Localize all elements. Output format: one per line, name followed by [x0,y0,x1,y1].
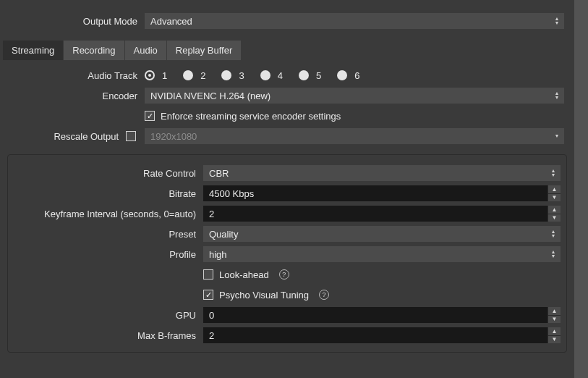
encoder-options-group: Rate Control CBR ▲▼ Bitrate 4500 Kbps ▲▼… [7,154,567,353]
lookahead-checkbox[interactable] [203,269,213,280]
audio-track-num-3: 3 [239,70,244,81]
rescale-select[interactable]: 1920x1080 ▲▼ [145,128,564,144]
audio-track-row: Audio Track 1 2 3 4 5 6 [10,67,564,83]
lookahead-row: Look-ahead ? [14,266,561,282]
updown-icon: ▲▼ [547,227,559,241]
tab-streaming[interactable]: Streaming [3,41,63,60]
tab-recording[interactable]: Recording [64,41,124,60]
encoder-row: Encoder NVIDIA NVENC H.264 (new) ▲▼ [10,88,564,104]
profile-label: Profile [14,249,203,260]
rate-control-row: Rate Control CBR ▲▼ [14,165,561,181]
audio-track-num-6: 6 [354,70,359,81]
preset-row: Preset Quality ▲▼ [14,226,561,242]
audio-track-radio-6[interactable] [337,70,347,80]
bitrate-value: 4500 Kbps [209,188,254,199]
bitrate-spin[interactable]: 4500 Kbps ▲▼ [203,185,561,201]
rate-control-value: CBR [209,168,229,179]
spin-buttons[interactable]: ▲▼ [547,327,561,343]
gpu-row: GPU 0 ▲▼ [14,307,561,323]
updown-icon: ▲▼ [547,166,559,180]
keyframe-spin[interactable]: 2 ▲▼ [203,206,561,222]
info-icon[interactable]: ? [279,269,289,280]
lookahead-label: Look-ahead [219,269,269,280]
spin-buttons[interactable]: ▲▼ [547,185,561,201]
psycho-checkbox[interactable] [203,290,213,300]
audio-track-radio-3[interactable] [221,70,231,80]
output-tabs: Streaming Recording Audio Replay Buffer [0,41,574,60]
spin-buttons[interactable]: ▲▼ [547,206,561,222]
rescale-checkbox[interactable] [126,131,136,141]
updown-icon: ▲▼ [551,88,563,103]
updown-icon: ▲▼ [551,14,563,28]
gpu-label: GPU [14,310,203,321]
updown-icon: ▲▼ [547,247,559,261]
encoder-label: Encoder [10,91,145,101]
psycho-label: Psycho Visual Tuning [219,290,309,301]
chevron-down-icon: ▲▼ [551,129,563,143]
output-mode-label: Output Mode [10,16,145,27]
audio-track-radio-4[interactable] [260,70,270,80]
audio-track-radio-2[interactable] [183,70,193,80]
preset-select[interactable]: Quality ▲▼ [203,226,561,242]
output-mode-select[interactable]: Advanced ▲▼ [145,13,564,29]
audio-track-num-4: 4 [278,70,283,81]
info-icon[interactable]: ? [319,290,329,300]
audio-track-label: Audio Track [10,70,145,81]
psycho-row: Psycho Visual Tuning ? [14,287,561,303]
profile-value: high [209,249,227,260]
gpu-value: 0 [209,310,214,321]
preset-label: Preset [14,229,203,240]
bframes-value: 2 [209,330,214,341]
rescale-row: Rescale Output 1920x1080 ▲▼ [10,128,564,144]
keyframe-row: Keyframe Interval (seconds, 0=auto) 2 ▲▼ [14,206,561,222]
tab-replay-buffer[interactable]: Replay Buffer [167,41,242,60]
profile-select[interactable]: high ▲▼ [203,246,561,262]
audio-track-num-5: 5 [316,70,321,81]
tab-audio[interactable]: Audio [125,41,166,60]
encoder-value: NVIDIA NVENC H.264 (new) [150,91,270,101]
bframes-row: Max B-frames 2 ▲▼ [14,327,561,343]
enforce-row: Enforce streaming service encoder settin… [10,108,564,124]
audio-track-radio-5[interactable] [299,70,309,80]
keyframe-value: 2 [209,209,214,219]
bitrate-label: Bitrate [14,188,203,199]
spin-buttons[interactable]: ▲▼ [547,307,561,323]
bframes-label: Max B-frames [14,330,203,341]
output-mode-value: Advanced [150,16,192,27]
audio-track-radio-1[interactable] [145,70,155,80]
output-settings-panel: Output Mode Advanced ▲▼ Streaming Record… [0,0,574,378]
keyframe-label: Keyframe Interval (seconds, 0=auto) [14,209,203,219]
gpu-spin[interactable]: 0 ▲▼ [203,307,561,323]
bitrate-row: Bitrate 4500 Kbps ▲▼ [14,185,561,201]
output-mode-row: Output Mode Advanced ▲▼ [10,13,564,29]
rescale-label: Rescale Output [10,131,126,142]
rate-control-label: Rate Control [14,168,203,179]
audio-track-num-1: 1 [162,70,167,81]
enforce-label: Enforce streaming service encoder settin… [161,111,341,122]
encoder-select[interactable]: NVIDIA NVENC H.264 (new) ▲▼ [145,88,564,104]
profile-row: Profile high ▲▼ [14,246,561,262]
audio-track-num-2: 2 [200,70,205,81]
rescale-value: 1920x1080 [150,131,197,142]
bframes-spin[interactable]: 2 ▲▼ [203,327,561,343]
audio-track-radios: 1 2 3 4 5 6 [145,70,564,81]
preset-value: Quality [209,229,238,240]
right-gutter [574,0,588,378]
rate-control-select[interactable]: CBR ▲▼ [203,165,561,181]
enforce-checkbox[interactable] [145,111,155,121]
